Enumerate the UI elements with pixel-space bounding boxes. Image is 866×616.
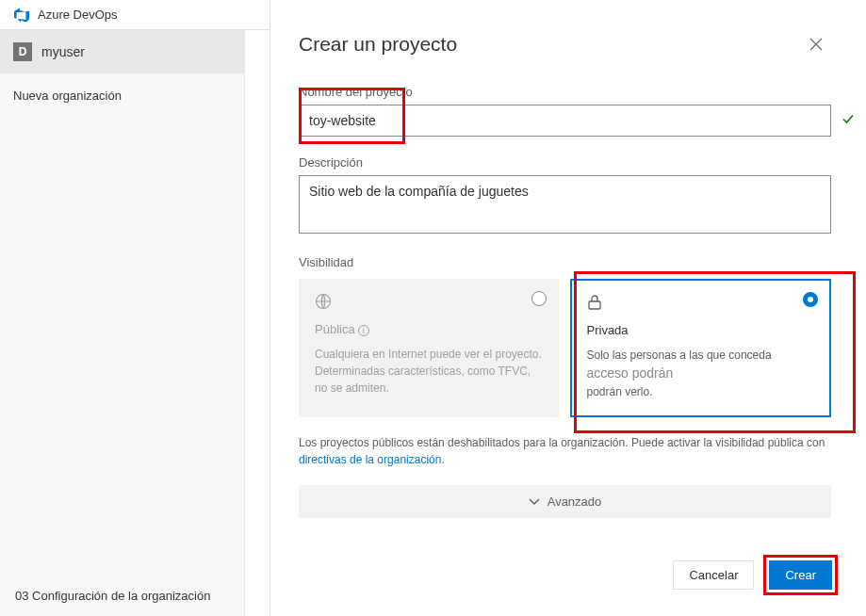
user-avatar-badge: D xyxy=(13,42,32,61)
description-label: Descripción xyxy=(299,155,838,170)
project-name-label: Nombre del proyecto xyxy=(299,85,838,99)
sidebar-item-new-org[interactable]: Nueva organización xyxy=(0,73,244,118)
public-title: Públicai xyxy=(315,322,543,336)
dialog-title: Crear un proyecto xyxy=(299,33,457,56)
cancel-button[interactable]: Cancelar xyxy=(673,560,754,590)
visibility-label: Visibilidad xyxy=(299,255,838,269)
globe-icon xyxy=(315,293,543,315)
user-name: myuser xyxy=(41,44,85,59)
visibility-note: Los proyectos públicos están deshabilita… xyxy=(299,434,831,468)
description-input[interactable] xyxy=(299,175,831,234)
close-icon[interactable] xyxy=(804,32,828,57)
org-policies-link[interactable]: directivas de la organización xyxy=(299,453,441,466)
dialog-footer: Cancelar Crear xyxy=(673,555,838,595)
advanced-toggle[interactable]: Avanzado xyxy=(299,485,831,518)
visibility-public-card: Públicai Cualquiera en Internet puede ve… xyxy=(299,279,559,417)
brand-text: Azure DevOps xyxy=(38,8,118,22)
project-name-input[interactable] xyxy=(299,105,831,137)
radio-public xyxy=(531,291,547,306)
radio-private[interactable] xyxy=(803,292,818,307)
lock-icon xyxy=(587,294,815,316)
create-project-dialog: Crear un proyecto Nombre del proyecto De… xyxy=(270,0,866,616)
sidebar-org-settings[interactable]: 03 Configuración de la organización xyxy=(15,589,210,603)
sidebar: D myuser Nueva organización 03 Configura… xyxy=(0,30,245,616)
create-button[interactable]: Crear xyxy=(769,560,832,590)
info-icon: i xyxy=(358,325,369,336)
public-description: Cualquiera en Internet puede ver el proy… xyxy=(315,346,543,397)
chevron-down-icon xyxy=(529,495,540,509)
visibility-private-card[interactable]: Privada Solo las personas a las que conc… xyxy=(570,279,832,417)
checkmark-icon xyxy=(841,113,855,129)
private-description: Solo las personas a las que conceda acce… xyxy=(587,347,815,400)
create-button-highlight: Crear xyxy=(763,555,838,595)
svg-rect-1 xyxy=(589,301,600,309)
private-title: Privada xyxy=(587,323,815,337)
azure-devops-logo-icon xyxy=(13,7,30,24)
sidebar-user-row[interactable]: D myuser xyxy=(0,30,244,73)
